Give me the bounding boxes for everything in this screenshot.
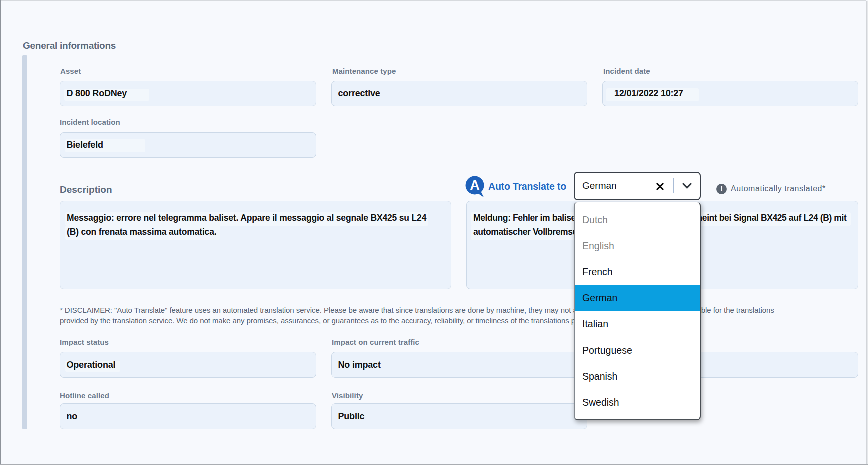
svg-text:A: A (470, 178, 480, 193)
